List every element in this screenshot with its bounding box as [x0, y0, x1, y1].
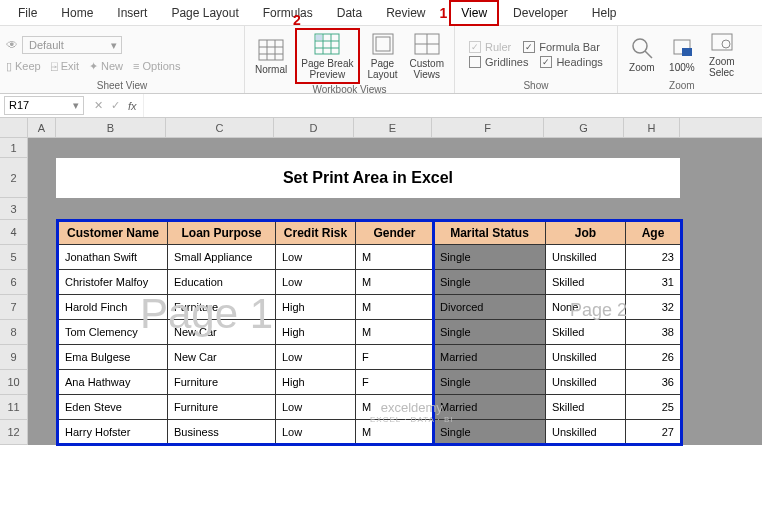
formula-bar: R17 ✕ ✓ fx: [0, 94, 762, 118]
svg-rect-19: [682, 48, 692, 56]
formula-input[interactable]: [143, 94, 762, 117]
row-header-1[interactable]: 1: [0, 138, 28, 158]
row-header-3[interactable]: 3: [0, 198, 28, 220]
menu-file[interactable]: File: [8, 2, 47, 24]
row-header-9[interactable]: 9: [0, 345, 28, 370]
row-header-2[interactable]: 2: [0, 158, 28, 198]
page-break-label: Page Break Preview: [301, 58, 353, 80]
menu-page-layout[interactable]: Page Layout: [161, 2, 248, 24]
custom-views-icon: [413, 32, 441, 56]
col-header-d[interactable]: D: [274, 118, 354, 137]
checkbox-icon: [469, 41, 481, 53]
checkbox-icon: [469, 56, 481, 68]
menu-insert[interactable]: Insert: [107, 2, 157, 24]
zoom-100-label: 100%: [669, 62, 695, 73]
eye-icon: 👁: [6, 38, 18, 52]
menu-view[interactable]: View: [449, 0, 499, 26]
annotation-2: 2: [293, 12, 301, 28]
zoom-button[interactable]: Zoom: [624, 34, 660, 75]
menu-review[interactable]: Review: [376, 2, 435, 24]
th-loan-purpose[interactable]: Loan Purpose: [168, 221, 276, 245]
row-header-5[interactable]: 5: [0, 245, 28, 270]
page-layout-button[interactable]: Page Layout: [364, 30, 402, 82]
row-header-7[interactable]: 7: [0, 295, 28, 320]
options-icon: ≡: [133, 60, 139, 72]
gridlines-checkbox[interactable]: Gridlines: [469, 56, 528, 68]
zoom-icon: [628, 36, 656, 60]
formula-bar-checkbox[interactable]: Formula Bar: [523, 41, 600, 53]
th-credit-risk[interactable]: Credit Risk: [276, 221, 356, 245]
menu-developer[interactable]: Developer: [503, 2, 578, 24]
sheet-title[interactable]: Set Print Area in Excel: [56, 158, 680, 198]
zoom-100-icon: [668, 36, 696, 60]
fx-icon[interactable]: fx: [128, 100, 137, 112]
svg-point-16: [633, 39, 647, 53]
zoom-group-label: Zoom: [624, 80, 740, 93]
headings-checkbox[interactable]: Headings: [540, 56, 602, 68]
cancel-icon[interactable]: ✕: [94, 99, 103, 112]
zoom-100-button[interactable]: 100%: [664, 34, 700, 75]
ribbon-group-show: Ruler Formula Bar Gridlines Headings Sho…: [455, 26, 618, 93]
page-break-icon: [313, 32, 341, 56]
select-all-corner[interactable]: [0, 118, 28, 137]
ribbon-group-zoom: Zoom 100% Zoom Selec Zoom: [618, 26, 746, 93]
new-button[interactable]: ✦New: [89, 60, 123, 73]
table-row: Tom ClemencyNew CarHighMSingleSkilled38: [58, 320, 682, 345]
sheet-area: 1 2 Set Print Area in Excel 3 4 5 6 7 8 …: [0, 138, 762, 445]
table-row: Eden SteveFurnitureLowMMarriedSkilled25: [58, 395, 682, 420]
ruler-checkbox: Ruler: [469, 41, 511, 53]
row-header-4[interactable]: 4: [0, 220, 28, 245]
row-header-6[interactable]: 6: [0, 270, 28, 295]
svg-line-17: [645, 51, 652, 58]
normal-view-button[interactable]: Normal: [251, 36, 291, 77]
table-row: Christofer MalfoyEducationLowMSingleSkil…: [58, 270, 682, 295]
exit-icon: ⍈: [51, 60, 58, 72]
data-table[interactable]: Customer Name Loan Purpose Credit Risk G…: [56, 219, 683, 446]
checkbox-icon: [523, 41, 535, 53]
th-job[interactable]: Job: [546, 221, 626, 245]
svg-point-21: [722, 40, 730, 48]
col-header-a[interactable]: A: [28, 118, 56, 137]
col-header-g[interactable]: G: [544, 118, 624, 137]
th-age[interactable]: Age: [626, 221, 682, 245]
zoom-selection-icon: [708, 30, 736, 54]
row-header-11[interactable]: 11: [0, 395, 28, 420]
enter-icon[interactable]: ✓: [111, 99, 120, 112]
name-box[interactable]: R17: [4, 96, 84, 115]
zoom-label: Zoom: [629, 62, 655, 73]
custom-views-button[interactable]: Custom Views: [406, 30, 448, 82]
svg-rect-12: [376, 37, 390, 51]
col-header-b[interactable]: B: [56, 118, 166, 137]
exit-button[interactable]: ⍈Exit: [51, 60, 79, 73]
sheet-view-dropdown[interactable]: Default: [22, 36, 122, 54]
menu-data[interactable]: Data: [327, 2, 372, 24]
col-header-f[interactable]: F: [432, 118, 544, 137]
col-header-e[interactable]: E: [354, 118, 432, 137]
keep-button[interactable]: ▯Keep: [6, 60, 41, 73]
table-row: Jonathan SwiftSmall ApplianceLowMSingleU…: [58, 245, 682, 270]
table-row: Ana HathwayFurnitureHighFSingleUnskilled…: [58, 370, 682, 395]
show-label: Show: [461, 80, 611, 93]
annotation-1: 1: [440, 5, 448, 21]
svg-rect-10: [316, 35, 322, 40]
page-layout-icon: [369, 32, 397, 56]
sheet-view-label: Sheet View: [6, 80, 238, 93]
row-header-10[interactable]: 10: [0, 370, 28, 395]
th-gender[interactable]: Gender: [356, 221, 434, 245]
col-header-c[interactable]: C: [166, 118, 274, 137]
page-break-line[interactable]: [432, 220, 435, 446]
options-button[interactable]: ≡Options: [133, 60, 180, 73]
th-customer-name[interactable]: Customer Name: [58, 221, 168, 245]
col-header-h[interactable]: H: [624, 118, 680, 137]
menu-home[interactable]: Home: [51, 2, 103, 24]
th-marital-status[interactable]: Marital Status: [434, 221, 546, 245]
zoom-selection-label: Zoom Selec: [709, 56, 735, 78]
ribbon: 2 👁 Default ▯Keep ⍈Exit ✦New ≡Options Sh…: [0, 26, 762, 94]
row-header-8[interactable]: 8: [0, 320, 28, 345]
menu-formulas[interactable]: Formulas: [253, 2, 323, 24]
menu-help[interactable]: Help: [582, 2, 627, 24]
zoom-selection-button[interactable]: Zoom Selec: [704, 28, 740, 80]
normal-label: Normal: [255, 64, 287, 75]
row-header-12[interactable]: 12: [0, 420, 28, 445]
page-break-preview-button[interactable]: Page Break Preview: [295, 28, 359, 84]
